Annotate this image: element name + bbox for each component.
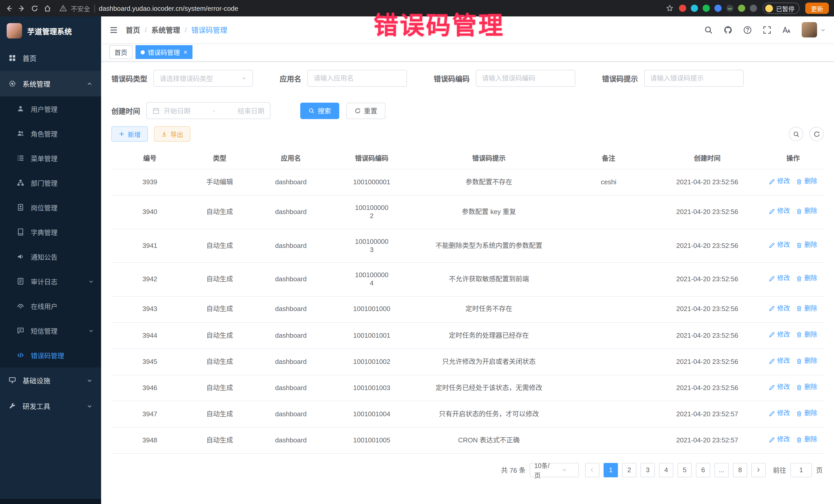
browser-urlbar[interactable]: 不安全 dashboard.yudao.iocoder.cn/system/er… <box>60 3 665 13</box>
edit-link[interactable]: 修改 <box>769 178 790 185</box>
edit-link[interactable]: 修改 <box>769 241 790 249</box>
breadcrumb-item-0[interactable]: 首页 <box>126 25 140 35</box>
extension-blue-grid[interactable] <box>715 5 722 12</box>
error-code-input[interactable] <box>476 70 575 87</box>
bookmark-star-icon[interactable] <box>666 5 673 12</box>
page-ellipsis[interactable]: ... <box>715 463 729 477</box>
sidebar-item-user[interactable]: 用户管理 <box>0 96 101 121</box>
reload-icon[interactable] <box>31 4 39 12</box>
sidebar-collapse-bar[interactable] <box>0 499 101 504</box>
next-page-button[interactable] <box>751 463 766 477</box>
error-hint-input[interactable] <box>644 70 744 87</box>
back-icon[interactable] <box>5 4 13 12</box>
search-button[interactable]: 搜索 <box>300 103 339 119</box>
sidebar-item-role[interactable]: 角色管理 <box>0 121 101 146</box>
extension-green-check[interactable] <box>703 5 710 12</box>
sidebar-item-devtools[interactable]: 研发工具 <box>0 393 101 419</box>
delete-link[interactable]: 删除 <box>796 241 817 249</box>
sidebar-item-infra[interactable]: 基础设施 <box>0 368 101 393</box>
edit-link[interactable]: 修改 <box>769 207 790 216</box>
home-icon[interactable] <box>44 4 51 12</box>
question-icon[interactable] <box>743 25 752 34</box>
user-menu[interactable] <box>802 22 826 38</box>
delete-link[interactable]: 删除 <box>796 305 817 312</box>
chrome-update-button[interactable]: 更新 <box>805 3 829 14</box>
forward-icon[interactable] <box>18 4 26 12</box>
tab-error-code[interactable]: 错误码管理× <box>135 45 193 59</box>
edit-link[interactable]: 修改 <box>769 436 790 444</box>
delete-link[interactable]: 删除 <box>796 275 817 283</box>
sidebar-item-menu[interactable]: 菜单管理 <box>0 146 101 170</box>
delete-link[interactable]: 删除 <box>796 331 817 339</box>
sidebar-item-notice[interactable]: 通知公告 <box>0 244 101 269</box>
add-button[interactable]: 新增 <box>111 126 148 141</box>
sidebar-item-dict[interactable]: 字典管理 <box>0 220 101 244</box>
search-icon[interactable] <box>704 25 713 34</box>
page-button-3[interactable]: 3 <box>640 463 655 477</box>
column-header-0: 编号 <box>111 147 188 169</box>
edit-link[interactable]: 修改 <box>769 384 790 391</box>
extension-teal[interactable] <box>691 5 698 12</box>
reset-button[interactable]: 重置 <box>347 103 386 119</box>
page-size-select[interactable]: 10条/页 <box>530 463 579 477</box>
cell-id: 3940 <box>111 195 188 229</box>
edit-link[interactable]: 修改 <box>769 331 790 339</box>
sidebar-item-sms[interactable]: 短信管理 <box>0 318 101 343</box>
dashboard-icon <box>9 54 16 62</box>
sidebar-item-error-code[interactable]: 错误码管理 <box>0 343 101 368</box>
sidebar-item-system[interactable]: 系统管理 <box>0 71 101 96</box>
date-range-picker[interactable]: 开始日期 - 结束日期 <box>146 102 270 119</box>
goto-page-input[interactable] <box>790 463 812 477</box>
column-header-3: 错误码编码 <box>331 147 413 169</box>
fullscreen-icon[interactable] <box>763 25 771 34</box>
page-button-4[interactable]: 4 <box>659 463 673 477</box>
edit-link[interactable]: 修改 <box>769 305 790 312</box>
export-button-label: 导出 <box>170 129 183 139</box>
sidebar-item-home[interactable]: 首页 <box>0 45 101 71</box>
cell-code: 1001001003 <box>331 375 413 401</box>
edit-link[interactable]: 修改 <box>769 410 790 418</box>
refresh-table-button[interactable] <box>809 127 824 141</box>
toggle-search-button[interactable] <box>789 127 803 141</box>
page-button-6[interactable]: 6 <box>696 463 710 477</box>
sidebar-item-online-user[interactable]: 在线用户 <box>0 293 101 318</box>
delete-link[interactable]: 删除 <box>796 178 817 185</box>
extension-leaf[interactable] <box>738 5 745 12</box>
browser-profile-chip[interactable]: 已暂停 <box>763 3 799 14</box>
cell-actions: 修改删除 <box>762 263 824 296</box>
sidebar-item-dept[interactable]: 部门管理 <box>0 170 101 195</box>
error-code-icon <box>17 352 24 359</box>
page-button-8[interactable]: 8 <box>733 463 747 477</box>
extension-puzzle[interactable] <box>750 5 757 12</box>
error-type-select[interactable]: 请选择错误码类型 <box>153 70 253 87</box>
github-icon[interactable] <box>724 25 732 34</box>
extension-red[interactable] <box>679 5 686 12</box>
delete-link[interactable]: 删除 <box>796 207 817 216</box>
tab-home[interactable]: 首页 <box>109 45 132 59</box>
delete-link[interactable]: 删除 <box>796 357 817 365</box>
page-button-1[interactable]: 1 <box>603 463 618 477</box>
prev-page-button[interactable] <box>585 463 599 477</box>
close-icon[interactable]: × <box>183 49 187 56</box>
app-name-input[interactable] <box>307 70 407 87</box>
delete-link[interactable]: 删除 <box>796 436 817 444</box>
dictionary-icon <box>17 228 24 236</box>
hamburger-icon[interactable] <box>109 25 118 34</box>
breadcrumb-item-1[interactable]: 系统管理 <box>151 25 180 35</box>
export-button[interactable]: 导出 <box>154 126 191 141</box>
extension-switch[interactable]: on <box>726 5 733 12</box>
table-row: 3943自动生成dashboard1001001000定时任务不存在2021-0… <box>111 296 824 322</box>
edit-link[interactable]: 修改 <box>769 275 790 283</box>
page-button-5[interactable]: 5 <box>678 463 692 477</box>
logo[interactable]: 芋道管理系统 <box>0 17 101 45</box>
sidebar-item-post[interactable]: 岗位管理 <box>0 195 101 220</box>
cell-type: 自动生成 <box>188 195 251 229</box>
delete-link[interactable]: 删除 <box>796 384 817 391</box>
edit-link[interactable]: 修改 <box>769 357 790 365</box>
delete-link[interactable]: 删除 <box>796 410 817 418</box>
warning-icon <box>60 5 67 12</box>
page-button-2[interactable]: 2 <box>622 463 636 477</box>
sidebar-item-audit-log[interactable]: 审计日志 <box>0 269 101 293</box>
font-size-icon[interactable] <box>782 25 791 34</box>
cell-remark <box>565 229 652 263</box>
